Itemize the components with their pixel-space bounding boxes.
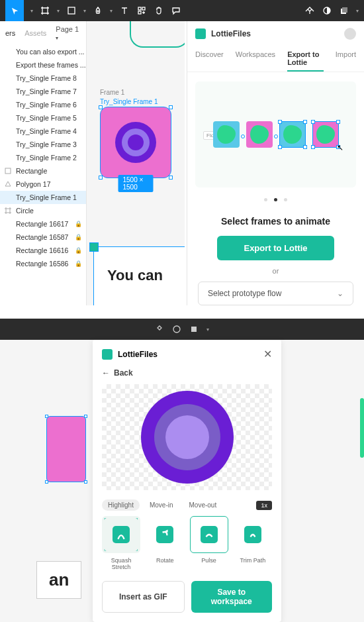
resize-handle[interactable] (99, 176, 103, 180)
insert-gif-button[interactable]: Insert as GIF (102, 581, 185, 613)
chevron-down-icon[interactable]: ▾ (206, 327, 209, 333)
chip-highlight[interactable]: Highlight (102, 499, 140, 511)
svg-rect-9 (191, 327, 197, 332)
layer-item[interactable]: Try_Single Frame 4 (0, 125, 86, 138)
svg-rect-1 (138, 7, 141, 10)
figma-toolbar: ▾ ▾ ▾ ▾ ▾ (0, 0, 364, 21)
layer-item[interactable]: Try_Single Frame 2 (0, 151, 86, 164)
comment-tool[interactable] (171, 5, 181, 16)
frame-thumb[interactable] (279, 121, 306, 148)
layer-item[interactable]: Try_Single Frame 8 (0, 72, 86, 85)
close-icon[interactable]: ✕ (263, 348, 272, 360)
resources-tool[interactable] (136, 5, 147, 16)
svg-rect-2 (142, 7, 145, 10)
frame-thumb[interactable] (246, 121, 273, 148)
speed-badge[interactable]: 1x (256, 501, 272, 510)
layer-item[interactable]: Rectangle 16616🔒 (0, 244, 86, 257)
layer-item[interactable]: Try_Single Frame 7 (0, 85, 86, 98)
chevron-down-icon[interactable]: ▾ (83, 8, 86, 14)
svg-point-8 (173, 326, 180, 333)
shape-tool[interactable] (66, 5, 77, 16)
chevron-down-icon: ⌄ (337, 289, 343, 298)
svg-rect-0 (68, 7, 75, 14)
user-avatar[interactable] (344, 28, 356, 40)
layer-item[interactable]: Rectangle 16617🔒 (0, 217, 86, 231)
dot[interactable] (264, 198, 267, 201)
contrast-icon[interactable] (172, 325, 181, 334)
anim-option[interactable]: ⌜⌝⌞⌟ (102, 516, 140, 553)
preview-area: Flow 1 ▸ ↖ (195, 81, 356, 187)
layer-item[interactable]: Try_Single Frame 1 (0, 191, 86, 204)
save-workspace-button[interactable]: Save to workspace (191, 581, 273, 613)
figma-toolbar: ▾ (0, 319, 364, 340)
cursor-icon: ↖ (337, 143, 343, 152)
tab-export[interactable]: Export to Lottie (287, 46, 324, 72)
heading-text: an (36, 561, 81, 599)
plugin-icon[interactable] (304, 5, 315, 16)
anim-option[interactable] (190, 516, 228, 553)
chip-moveout[interactable]: Move-out (183, 499, 223, 511)
svg-rect-3 (138, 11, 141, 14)
svg-rect-6 (342, 7, 347, 13)
resize-handle[interactable] (169, 176, 173, 180)
resize-handle[interactable] (89, 242, 99, 252)
heading-text: You can (94, 247, 185, 304)
tab-import[interactable]: Import (336, 46, 356, 72)
anim-option[interactable] (234, 516, 272, 553)
canvas[interactable]: Frame 1 Try_Single Frame 1 1500 × 1500 Y… (87, 21, 185, 305)
svg-rect-7 (5, 168, 11, 174)
frame-thumb[interactable] (213, 121, 240, 148)
layers-panel: ers Assets Page 1 ▾ You can also export … (0, 21, 87, 305)
layer-item[interactable]: Rectangle (0, 164, 86, 178)
anim-option[interactable] (146, 516, 184, 553)
tab-discover[interactable]: Discover (195, 46, 224, 72)
page-selector[interactable]: Page 1 ▾ (56, 25, 81, 41)
layer-item[interactable]: Polygon 17 (0, 178, 86, 191)
selected-frame[interactable]: Frame 1 Try_Single Frame 1 1500 × 1500 (100, 98, 171, 184)
carousel-dots (187, 198, 364, 201)
prototype-flow-select[interactable]: Select prototype flow⌄ (198, 282, 353, 305)
chevron-down-icon[interactable]: ▾ (57, 8, 60, 14)
vector-shape (130, 21, 185, 48)
layer-item[interactable]: Circle (0, 204, 86, 217)
layer-item[interactable]: You can also export ...🔒 (0, 45, 86, 58)
pen-tool[interactable] (93, 5, 103, 16)
tab-workspaces[interactable]: Workspaces (236, 46, 275, 72)
chevron-down-icon[interactable]: ▾ (356, 8, 359, 14)
resize-handle[interactable] (99, 105, 103, 109)
anim-label: Pulse (190, 557, 228, 564)
stack-icon[interactable] (189, 325, 199, 334)
chip-movein[interactable]: Move-in (144, 499, 179, 511)
hand-tool[interactable] (154, 5, 164, 16)
chevron-down-icon[interactable]: ▾ (30, 8, 33, 14)
text-frame[interactable]: You can (93, 246, 185, 305)
text-tool[interactable] (119, 5, 130, 16)
frame-thumb[interactable]: ↖ (312, 121, 339, 148)
frame-label: Try_Single Frame 1 (100, 98, 171, 105)
lottiefiles-logo (195, 28, 206, 39)
frame-tool[interactable] (40, 5, 50, 16)
dot[interactable] (284, 198, 287, 201)
resize-handle[interactable] (169, 105, 173, 109)
chevron-down-icon[interactable]: ▾ (110, 8, 113, 14)
layers-tab[interactable]: ers (5, 29, 15, 37)
move-tool[interactable] (5, 0, 24, 21)
dimensions-badge: 1500 × 1500 (118, 175, 154, 192)
layer-item[interactable]: Rectangle 16586🔒 (0, 257, 86, 270)
contrast-icon[interactable] (322, 5, 332, 16)
dot[interactable] (274, 198, 277, 201)
lock-icon: 🔒 (75, 234, 82, 240)
layer-item[interactable]: Rectangle 16587🔒 (0, 231, 86, 244)
frame-thumb[interactable] (46, 416, 86, 482)
back-button[interactable]: ← Back (93, 368, 281, 384)
export-button[interactable]: Export to Lottie (217, 236, 334, 260)
layer-item[interactable]: Try_Single Frame 3 (0, 138, 86, 151)
lock-icon: 🔒 (75, 260, 82, 267)
assets-tab[interactable]: Assets (24, 29, 46, 37)
layer-item[interactable]: Export these frames ...🔒 (0, 58, 86, 72)
layer-item[interactable]: Try_Single Frame 5 (0, 111, 86, 125)
layer-item[interactable]: Try_Single Frame 6 (0, 98, 86, 111)
plugin-icon[interactable] (155, 325, 164, 334)
stack-icon[interactable] (339, 5, 349, 16)
canvas[interactable]: an (0, 340, 99, 622)
